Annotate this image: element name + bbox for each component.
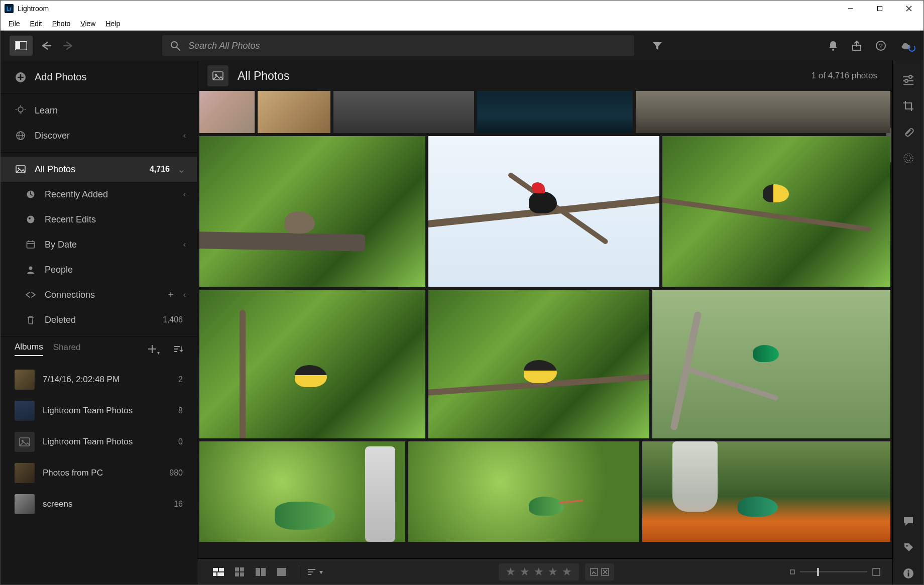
menu-edit[interactable]: Edit	[25, 18, 47, 29]
window-close-button[interactable]	[894, 1, 923, 17]
sidebar-all-photos-count: 4,716	[150, 165, 170, 174]
menu-help[interactable]: Help	[100, 18, 125, 29]
masking-panel-button[interactable]	[897, 147, 919, 169]
sidebar-connections[interactable]: Connections + ‹	[1, 282, 197, 307]
photo-thumbnail[interactable]	[199, 290, 425, 438]
sidebar-by-date[interactable]: By Date ‹	[1, 232, 197, 257]
nav-back-button[interactable]	[38, 41, 55, 50]
flag-widget[interactable]	[585, 563, 614, 580]
sidebar-learn[interactable]: Learn	[1, 98, 197, 123]
album-sort-button[interactable]	[174, 345, 183, 353]
photo-thumbnail[interactable]	[199, 136, 425, 287]
view-photogrid-button[interactable]	[209, 564, 227, 579]
window-maximize-button[interactable]	[865, 1, 894, 17]
chevron-left-icon: ‹	[183, 240, 186, 249]
add-album-button[interactable]: ▾	[148, 344, 157, 354]
comments-panel-button[interactable]	[897, 510, 919, 532]
star-icon[interactable]: ★	[562, 565, 572, 578]
cloud-sync-button[interactable]	[899, 41, 914, 51]
sidebar-all-photos-label: All Photos	[35, 164, 75, 175]
menu-view[interactable]: View	[75, 18, 100, 29]
photo-thumbnail[interactable]	[199, 91, 255, 133]
flag-reject-icon[interactable]	[601, 568, 609, 576]
right-rail	[892, 61, 923, 584]
photo-icon	[15, 165, 27, 173]
photo-thumbnail[interactable]	[428, 136, 659, 287]
menu-photo[interactable]: Photo	[47, 18, 76, 29]
globe-icon	[15, 131, 27, 141]
edit-panel-button[interactable]	[897, 69, 919, 91]
info-panel-button[interactable]	[897, 562, 919, 584]
photo-thumbnail[interactable]	[636, 91, 890, 133]
photo-thumbnail[interactable]	[652, 290, 890, 438]
sidebar-people[interactable]: People	[1, 257, 197, 282]
slider-track[interactable]	[800, 571, 867, 572]
view-type-button[interactable]	[207, 65, 228, 86]
album-count: 8	[178, 406, 183, 415]
help-button[interactable]: ?	[875, 40, 886, 51]
albums-tab[interactable]: Albums	[15, 342, 43, 356]
album-item[interactable]: screens 16	[1, 489, 197, 520]
photo-thumbnail[interactable]	[199, 441, 405, 542]
photo-thumbnail[interactable]	[258, 91, 330, 133]
sidebar-all-photos[interactable]: All Photos 4,716 ⌄	[1, 157, 197, 182]
menu-file[interactable]: File	[4, 18, 25, 29]
slider-handle[interactable]	[817, 568, 819, 576]
album-name: 7/14/16, 2:02:48 PM	[43, 375, 120, 385]
menu-photo-label: Photo	[52, 20, 71, 28]
rating-widget[interactable]: ★ ★ ★ ★ ★	[499, 563, 579, 580]
album-item[interactable]: Photos from PC 980	[1, 457, 197, 489]
share-button[interactable]	[851, 40, 862, 51]
album-count: 0	[178, 437, 183, 446]
svg-rect-69	[904, 128, 913, 137]
search-input[interactable]	[187, 40, 626, 52]
album-item[interactable]: Lightroom Team Photos 0	[1, 426, 197, 457]
healing-panel-button[interactable]	[897, 121, 919, 143]
star-icon[interactable]: ★	[548, 565, 558, 578]
flag-pick-icon[interactable]	[590, 568, 598, 576]
sidebar-discover[interactable]: Discover ‹	[1, 123, 197, 148]
photo-grid[interactable]	[197, 91, 892, 558]
view-squaregrid-button[interactable]	[230, 564, 249, 579]
chevron-down-icon[interactable]: ⌄	[177, 163, 186, 175]
add-photos-button[interactable]: Add Photos	[1, 61, 197, 94]
menu-view-label: View	[80, 20, 95, 28]
recent-edits-icon	[25, 215, 37, 224]
window-minimize-button[interactable]	[836, 1, 865, 17]
sidebar-discover-label: Discover	[35, 131, 70, 141]
app-logo-icon: Lr	[5, 4, 14, 13]
plus-icon[interactable]: +	[168, 289, 174, 301]
sidebar-deleted[interactable]: Deleted 1,406	[1, 307, 197, 332]
photo-thumbnail[interactable]	[333, 91, 474, 133]
photo-thumbnail[interactable]	[408, 441, 639, 542]
svg-point-26	[18, 167, 19, 169]
notifications-button[interactable]	[828, 40, 838, 51]
star-icon[interactable]: ★	[506, 565, 516, 578]
star-icon[interactable]: ★	[520, 565, 530, 578]
shared-tab[interactable]: Shared	[53, 342, 81, 356]
filter-button[interactable]	[648, 41, 666, 50]
sidebar-recent-edits[interactable]: Recent Edits	[1, 207, 197, 232]
view-compare-button[interactable]	[252, 564, 270, 579]
photo-thumbnail[interactable]	[477, 91, 633, 133]
star-icon[interactable]: ★	[534, 565, 544, 578]
sidebar-recent-edits-label: Recent Edits	[45, 214, 96, 225]
sidebar-toggle-button[interactable]	[10, 36, 33, 56]
sort-button[interactable]: ▾	[307, 568, 323, 576]
photo-thumbnail[interactable]	[642, 441, 890, 542]
svg-rect-75	[907, 572, 909, 576]
thumbnail-size-slider[interactable]	[790, 568, 880, 576]
photo-thumbnail[interactable]	[662, 136, 890, 287]
photo-thumbnail[interactable]	[428, 290, 649, 438]
sidebar-recently-added[interactable]: Recently Added ‹	[1, 182, 197, 207]
crop-panel-button[interactable]	[897, 95, 919, 117]
keywords-panel-button[interactable]	[897, 536, 919, 558]
nav-forward-button[interactable]	[60, 41, 77, 50]
album-item[interactable]: Lightroom Team Photos 8	[1, 395, 197, 426]
album-item[interactable]: 7/14/16, 2:02:48 PM 2	[1, 364, 197, 395]
view-detail-button[interactable]	[273, 564, 291, 579]
svg-rect-44	[213, 568, 218, 571]
search-bar[interactable]	[162, 35, 634, 56]
svg-point-65	[909, 75, 912, 78]
svg-point-8	[171, 42, 177, 48]
